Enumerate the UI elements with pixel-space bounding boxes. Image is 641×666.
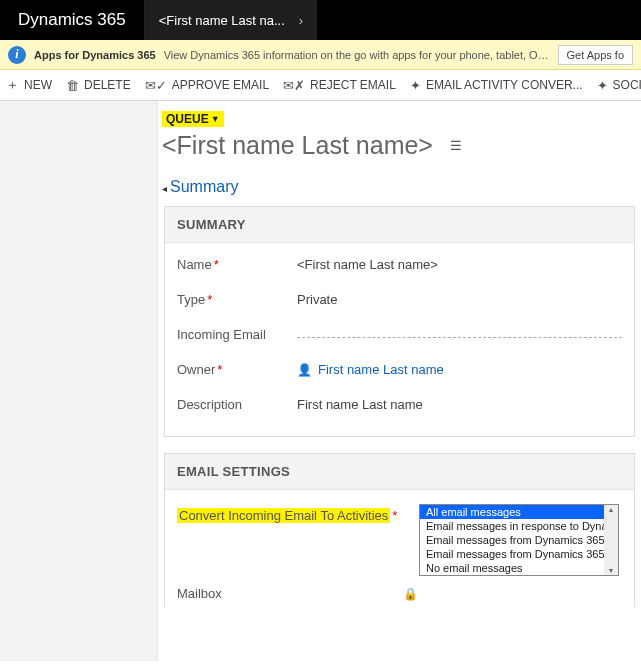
dropdown-option[interactable]: No email messages bbox=[420, 561, 618, 575]
email-activity-button[interactable]: ✦EMAIL ACTIVITY CONVER... bbox=[410, 76, 583, 94]
mailbox-label: Mailbox bbox=[177, 586, 222, 601]
breadcrumb[interactable]: <First name Last na... › bbox=[145, 0, 317, 40]
convert-incoming-dropdown[interactable]: All email messages Email messages in res… bbox=[419, 504, 619, 576]
section-summary[interactable]: ◂Summary bbox=[162, 178, 238, 196]
social-label: SOCIAL ACTIVITY C bbox=[613, 78, 641, 92]
reject-email-button[interactable]: ✉✗REJECT EMAIL bbox=[283, 76, 396, 94]
name-value[interactable]: <First name Last name> bbox=[297, 257, 622, 272]
approve-email-button[interactable]: ✉✓APPROVE EMAIL bbox=[145, 76, 269, 94]
entity-badge[interactable]: QUEUE▼ bbox=[162, 111, 224, 127]
new-button[interactable]: ＋NEW bbox=[6, 76, 52, 94]
command-bar: ＋NEW 🗑DELETE ✉✓APPROVE EMAIL ✉✗REJECT EM… bbox=[0, 70, 641, 101]
required-icon: * bbox=[214, 257, 219, 272]
dropdown-option[interactable]: Email messages in response to Dynamics bbox=[420, 519, 618, 533]
type-label: Type bbox=[177, 292, 205, 307]
incoming-email-value[interactable] bbox=[297, 331, 622, 338]
social-activity-button[interactable]: ✦SOCIAL ACTIVITY C bbox=[597, 76, 641, 94]
person-icon: 👤 bbox=[297, 363, 312, 377]
email-settings-body: Convert Incoming Email To Activities* Al… bbox=[165, 490, 634, 607]
email-settings-header: EMAIL SETTINGS bbox=[165, 454, 634, 490]
chevron-right-icon: › bbox=[299, 13, 303, 28]
lock-icon: 🔒 bbox=[403, 587, 418, 601]
empty-line bbox=[297, 337, 622, 338]
info-icon: i bbox=[8, 46, 26, 64]
description-value[interactable]: First name Last name bbox=[297, 397, 622, 412]
approve-icon: ✉✓ bbox=[145, 78, 167, 93]
field-incoming-email: Incoming Email bbox=[177, 327, 622, 342]
breadcrumb-text: <First name Last na... bbox=[159, 13, 285, 28]
dropdown-option[interactable]: All email messages bbox=[420, 505, 618, 519]
field-name: Name* <First name Last name> bbox=[177, 257, 622, 272]
left-gutter bbox=[0, 101, 158, 661]
scroll-down-icon[interactable]: ▾ bbox=[609, 566, 613, 575]
required-icon: * bbox=[217, 362, 222, 377]
incoming-email-label: Incoming Email bbox=[177, 327, 266, 342]
delete-button[interactable]: 🗑DELETE bbox=[66, 76, 131, 94]
menu-icon[interactable]: ☰ bbox=[450, 138, 462, 153]
trash-icon: 🗑 bbox=[66, 78, 79, 93]
new-label: NEW bbox=[24, 78, 52, 92]
summary-panel: SUMMARY Name* <First name Last name> Typ… bbox=[164, 206, 635, 437]
section-summary-label: Summary bbox=[170, 178, 238, 195]
summary-header: SUMMARY bbox=[165, 207, 634, 243]
dropdown-list[interactable]: All email messages Email messages in res… bbox=[419, 504, 619, 576]
caret-down-icon: ▼ bbox=[211, 114, 220, 124]
field-owner: Owner* 👤First name Last name bbox=[177, 362, 622, 377]
owner-label: Owner bbox=[177, 362, 215, 377]
approve-label: APPROVE EMAIL bbox=[172, 78, 269, 92]
reject-icon: ✉✗ bbox=[283, 78, 305, 93]
convert-incoming-label: Convert Incoming Email To Activities bbox=[177, 508, 390, 523]
wand-icon: ✦ bbox=[597, 78, 608, 93]
app-topbar: Dynamics 365 <First name Last na... › bbox=[0, 0, 641, 40]
info-banner: i Apps for Dynamics 365 View Dynamics 36… bbox=[0, 40, 641, 70]
page: QUEUE▼ <First name Last name> ☰ ◂Summary… bbox=[0, 101, 641, 661]
required-icon: * bbox=[392, 508, 397, 523]
dropdown-option[interactable]: Email messages from Dynamics 365 reco bbox=[420, 547, 618, 561]
name-label: Name bbox=[177, 257, 212, 272]
email-settings-panel: EMAIL SETTINGS Convert Incoming Email To… bbox=[164, 453, 635, 607]
page-title-text: <First name Last name> bbox=[162, 131, 433, 159]
scroll-up-icon[interactable]: ▴ bbox=[609, 505, 613, 514]
entity-badge-text: QUEUE bbox=[166, 112, 209, 126]
emailact-label: EMAIL ACTIVITY CONVER... bbox=[426, 78, 583, 92]
owner-value[interactable]: 👤First name Last name bbox=[297, 362, 622, 377]
field-convert-incoming: Convert Incoming Email To Activities* Al… bbox=[177, 504, 622, 576]
summary-body: Name* <First name Last name> Type* Priva… bbox=[165, 243, 634, 436]
get-apps-button[interactable]: Get Apps fo bbox=[558, 45, 633, 65]
dropdown-option[interactable]: Email messages from Dynamics 365 Lead bbox=[420, 533, 618, 547]
field-type: Type* Private bbox=[177, 292, 622, 307]
reject-label: REJECT EMAIL bbox=[310, 78, 396, 92]
field-mailbox: Mailbox 🔒 bbox=[177, 582, 622, 601]
delete-label: DELETE bbox=[84, 78, 131, 92]
banner-message: View Dynamics 365 information on the go … bbox=[164, 49, 550, 61]
scrollbar[interactable]: ▴▾ bbox=[604, 505, 618, 575]
owner-link[interactable]: First name Last name bbox=[318, 362, 444, 377]
content: QUEUE▼ <First name Last name> ☰ ◂Summary… bbox=[158, 101, 641, 661]
triangle-left-icon: ◂ bbox=[162, 183, 167, 194]
plus-icon: ＋ bbox=[6, 76, 19, 94]
description-label: Description bbox=[177, 397, 242, 412]
type-value[interactable]: Private bbox=[297, 292, 622, 307]
brand[interactable]: Dynamics 365 bbox=[0, 0, 145, 40]
page-title: <First name Last name> ☰ bbox=[162, 131, 641, 160]
field-description: Description First name Last name bbox=[177, 397, 622, 412]
wand-icon: ✦ bbox=[410, 78, 421, 93]
required-icon: * bbox=[207, 292, 212, 307]
banner-title: Apps for Dynamics 365 bbox=[34, 49, 156, 61]
